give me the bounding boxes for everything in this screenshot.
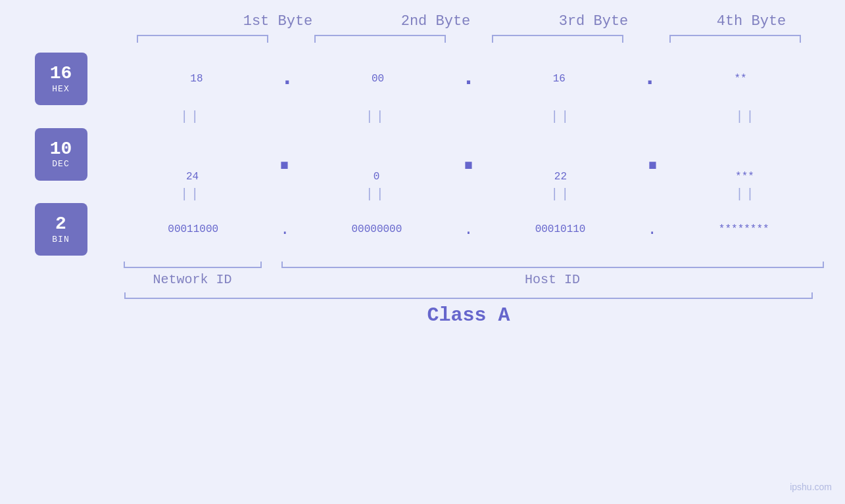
dec-badge: 10 DEC: [35, 128, 87, 181]
byte1-header: 1st Byte: [206, 13, 350, 30]
dec-dot3: .: [646, 126, 659, 183]
network-id-label: Network ID: [153, 272, 231, 287]
dec-val1: 24: [186, 171, 199, 183]
main-container: 1st Byte 2nd Byte 3rd Byte 4th Byte 16 H…: [0, 0, 845, 504]
class-bracket: [124, 292, 813, 299]
hex-val4: **: [734, 73, 746, 85]
hex-val3: 16: [553, 73, 566, 85]
eq2-4: ||: [736, 187, 757, 202]
hex-dot1: .: [284, 62, 291, 95]
bin-badge: 2 BIN: [35, 203, 87, 256]
watermark: ipshu.com: [790, 482, 832, 492]
byte3-header: 3rd Byte: [521, 13, 666, 30]
network-bracket: [124, 262, 262, 268]
hex-val2: 00: [372, 73, 384, 85]
eq1-3: ||: [550, 109, 571, 124]
eq1-4: ||: [736, 109, 757, 124]
host-id-label: Host ID: [525, 272, 580, 287]
bin-val2: 00000000: [351, 223, 402, 235]
hex-badge: 16 HEX: [35, 53, 87, 105]
bin-val4: ********: [719, 223, 769, 235]
hex-dot2: .: [465, 62, 471, 95]
bracket-byte2: [314, 35, 446, 43]
bin-label: BIN: [52, 235, 69, 244]
dec-val3: 22: [554, 171, 567, 183]
bin-dot1: .: [280, 221, 289, 239]
dec-val2: 0: [374, 171, 380, 183]
dec-num: 10: [50, 139, 72, 160]
bin-dot2: .: [464, 221, 473, 239]
hex-num: 16: [50, 64, 72, 84]
hex-val1: 18: [190, 73, 203, 85]
bin-val3: 00010110: [535, 223, 586, 235]
class-label: Class A: [427, 304, 510, 327]
host-bracket: [281, 262, 824, 268]
bin-dot3: .: [647, 221, 656, 239]
dec-label: DEC: [52, 159, 69, 169]
byte2-header: 2nd Byte: [364, 13, 508, 30]
hex-dot3: .: [646, 62, 653, 95]
dec-dot1: .: [278, 126, 291, 183]
hex-label: HEX: [52, 84, 69, 94]
bin-val1: 00011000: [168, 223, 218, 235]
bin-num: 2: [55, 214, 66, 235]
dec-val4: ***: [735, 171, 754, 183]
bracket-byte3: [492, 35, 623, 43]
bracket-byte1: [137, 35, 268, 43]
byte4-header: 4th Byte: [679, 13, 824, 30]
eq2-3: ||: [550, 187, 571, 202]
eq2-1: ||: [180, 187, 201, 202]
eq1-2: ||: [366, 109, 387, 124]
eq2-2: ||: [366, 187, 387, 202]
dec-dot2: .: [462, 126, 475, 183]
eq1-1: ||: [180, 109, 201, 124]
bracket-byte4: [669, 35, 801, 43]
